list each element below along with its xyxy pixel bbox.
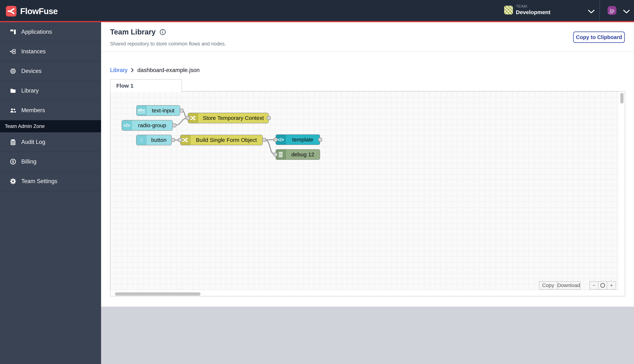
tab-flow-1[interactable]: Flow 1 [110, 79, 182, 92]
sidebar-item-label: Applications [21, 28, 52, 35]
chevron-down-icon [588, 10, 595, 14]
sidebar-item-label: Instances [21, 48, 46, 55]
sidebar-item-applications[interactable]: Applications [0, 22, 101, 42]
code-icon: </> [122, 120, 132, 130]
zoom-out-button[interactable]: − [590, 281, 598, 290]
flow-canvas[interactable]: abc text-input </> radio-group Store Tem… [110, 91, 625, 296]
flowfuse-app: FlowFuse TEAM: Development jp [0, 0, 634, 364]
zoom-reset-button[interactable] [598, 281, 607, 290]
port-out-template[interactable] [318, 138, 322, 142]
sidebar-item-label: Library [21, 88, 39, 94]
breadcrumb: Library dashboard-example.json [110, 66, 200, 74]
copy-to-clipboard-button[interactable]: Copy to Clipboard [573, 32, 625, 43]
port-out-build[interactable] [262, 138, 266, 142]
node-build-single-form-object[interactable]: Build Single Form Object [180, 135, 263, 145]
sidebar-item-label: Team Settings [21, 178, 57, 184]
team-avatar [504, 6, 513, 14]
section-divider [101, 51, 634, 52]
node-text-input[interactable]: abc text-input [136, 105, 180, 116]
sidebar-item-team-settings[interactable]: Team Settings [0, 172, 101, 191]
canvas-download-button[interactable]: Download [557, 281, 580, 290]
audit-log-icon [10, 139, 16, 145]
sidebar-item-label: Members [21, 107, 45, 114]
svg-text:$: $ [12, 160, 14, 164]
node-debug-12[interactable]: debug 12 [275, 149, 320, 160]
sidebar-item-instances[interactable]: Instances [0, 42, 101, 62]
sidebar-item-members[interactable]: Members [0, 100, 101, 120]
sidebar-item-audit-log[interactable]: Audit Log [0, 132, 101, 152]
info-icon[interactable] [159, 28, 166, 36]
breadcrumb-current: dashboard-example.json [137, 67, 200, 74]
applications-icon [10, 29, 16, 35]
team-switcher[interactable]: TEAM: Development [497, 0, 599, 22]
page-title: Team Library [110, 28, 156, 36]
sidebar-item-library[interactable]: Library [0, 81, 101, 100]
port-out-radio-group[interactable] [172, 123, 176, 128]
fork-icon [8, 8, 15, 15]
node-button[interactable]: ☝ button [136, 135, 172, 145]
chevron-right-icon [131, 68, 134, 72]
footer-background [101, 307, 634, 364]
sidebar-item-billing[interactable]: $ Billing [0, 152, 101, 172]
devices-icon [10, 68, 16, 74]
sidebar-item-devices[interactable]: Devices [0, 62, 101, 81]
user-menu[interactable]: jp [600, 0, 634, 22]
port-out-text-input[interactable] [180, 108, 184, 112]
port-in-debug[interactable] [273, 152, 277, 156]
sidebar-item-label: Audit Log [21, 139, 45, 145]
vertical-scrollbar-thumb[interactable] [620, 93, 623, 104]
team-name: Development [516, 9, 550, 16]
team-label: TEAM: [516, 4, 550, 8]
top-header: FlowFuse TEAM: Development jp [0, 0, 634, 22]
zoom-in-button[interactable]: + [607, 281, 616, 290]
members-icon [10, 107, 16, 114]
port-in-template[interactable] [273, 138, 277, 142]
chevron-down-icon [623, 10, 630, 14]
port-in-store[interactable] [186, 116, 190, 120]
canvas-grid [110, 92, 618, 290]
zoom-reset-circle-icon [600, 283, 605, 288]
library-icon [10, 88, 16, 94]
breadcrumb-library-link[interactable]: Library [110, 67, 128, 74]
user-avatar: jp [607, 6, 616, 15]
brand-name: FlowFuse [20, 6, 58, 16]
team-admin-zone-label: Team Admin Zone [0, 120, 101, 132]
hand-pointer-icon: ☝ [137, 135, 146, 145]
port-out-button[interactable] [171, 138, 175, 142]
billing-icon: $ [10, 158, 16, 165]
sidebar-item-label: Devices [21, 68, 42, 74]
horizontal-scrollbar-thumb[interactable] [115, 292, 200, 296]
instances-icon [10, 48, 16, 54]
port-in-build[interactable] [178, 138, 182, 142]
port-out-store[interactable] [267, 116, 271, 120]
node-store-temporary-context[interactable]: Store Temporary Context [188, 113, 269, 123]
node-template[interactable]: </> template [275, 134, 320, 145]
home-logo-link[interactable]: FlowFuse [6, 0, 58, 22]
canvas-copy-button[interactable]: Copy [539, 281, 557, 290]
sidebar-nav: Applications Instances [0, 22, 101, 364]
text-input-icon: abc [137, 106, 147, 116]
node-radio-group[interactable]: </> radio-group [122, 120, 173, 131]
settings-icon [10, 178, 16, 184]
flowfuse-logo-icon [6, 6, 17, 16]
page-subtitle: Shared repository to store common flows … [110, 41, 226, 47]
sidebar-item-label: Billing [21, 158, 37, 165]
